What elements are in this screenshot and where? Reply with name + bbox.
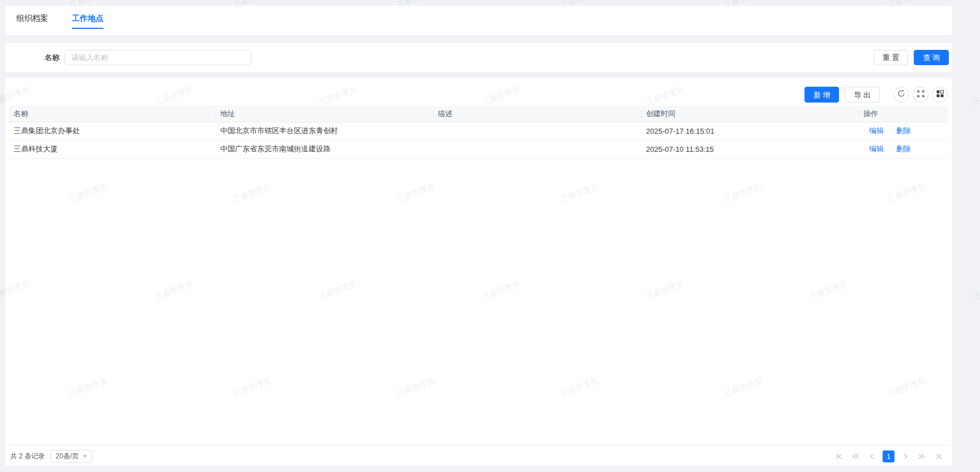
prev-5-pages-button[interactable] [850,451,861,462]
column-header-operation: 操作 [859,106,948,122]
tab-work-location[interactable]: 工作地点 [72,14,104,29]
table-header-row: 名称 地址 描述 创建时间 操作 [9,106,948,122]
delete-link[interactable]: 删除 [896,126,911,135]
column-header-name: 名称 [9,106,216,122]
refresh-icon [897,90,905,100]
last-page-button[interactable] [932,451,944,462]
page-size-select[interactable]: 20条/页 [50,450,92,463]
column-settings-button[interactable] [932,87,948,103]
double-chevron-left-icon [851,453,859,460]
table-row: 三鼎集团北京办事处 中国北京市市辖区丰台区进东青创村 2025-07-17 16… [9,122,948,140]
cell-description [433,122,641,140]
tabs-bar: 组织档案 工作地点 [5,6,952,35]
refresh-button[interactable] [893,87,909,103]
delete-link[interactable]: 删除 [896,144,911,153]
fullscreen-icon [917,90,925,100]
cell-operations: 编辑 删除 [859,122,948,140]
double-chevron-right-icon [918,453,926,460]
reset-button[interactable]: 重 置 [874,50,909,65]
cell-name: 三鼎科技大厦 [9,140,216,158]
cell-address: 中国北京市市辖区丰台区进东青创村 [216,122,433,140]
work-location-table: 名称 地址 描述 创建时间 操作 三鼎集团北京办事处 中国北京市市辖区丰台区进东… [9,106,948,159]
first-page-icon [836,453,843,460]
page-number-1[interactable]: 1 [883,450,895,462]
table-empty-area [9,159,948,445]
cell-address: 中国广东省东莞市南城街道建设路 [216,140,433,158]
chevron-down-icon [83,455,87,458]
cell-description [433,140,641,158]
column-settings-icon [936,90,944,100]
chevron-left-icon [868,453,876,460]
column-header-created-time: 创建时间 [641,106,859,122]
prev-page-button[interactable] [866,451,878,462]
total-records-text: 共 2 条记录 [10,452,45,461]
first-page-button[interactable] [833,451,845,462]
chevron-right-icon [902,453,909,460]
edit-link[interactable]: 编辑 [869,144,884,153]
edit-link[interactable]: 编辑 [869,126,884,135]
cell-name: 三鼎集团北京办事处 [9,122,216,140]
table-row: 三鼎科技大厦 中国广东省东莞市南城街道建设路 2025-07-10 11:53:… [9,140,948,158]
next-page-button[interactable] [900,451,911,462]
table-panel: 新 增 导 出 [5,78,952,466]
name-search-input[interactable] [65,50,251,65]
add-button[interactable]: 新 增 [804,87,840,103]
tab-org-archive[interactable]: 组织档案 [16,14,48,29]
search-panel: 名称 重 置 查 询 [5,43,952,72]
watermark-text: 三鼎管理员 [972,279,980,302]
cell-created-time: 2025-07-17 16:15:01 [641,122,859,140]
watermark-text: 三鼎管理员 [972,84,980,108]
name-field-label: 名称 [45,53,59,63]
export-button[interactable]: 导 出 [845,87,880,103]
query-button[interactable]: 查 询 [914,50,949,65]
column-header-address: 地址 [216,106,433,122]
next-5-pages-button[interactable] [916,451,927,462]
cell-created-time: 2025-07-10 11:53:15 [641,140,859,158]
fullscreen-button[interactable] [913,87,928,103]
column-header-description: 描述 [433,106,641,122]
page-size-value: 20条/页 [55,452,79,461]
last-page-icon [935,453,942,460]
cell-operations: 编辑 删除 [859,140,948,158]
pagination-bar: 共 2 条记录 20条/页 [9,445,948,468]
table-toolbar: 新 增 导 出 [9,78,948,106]
